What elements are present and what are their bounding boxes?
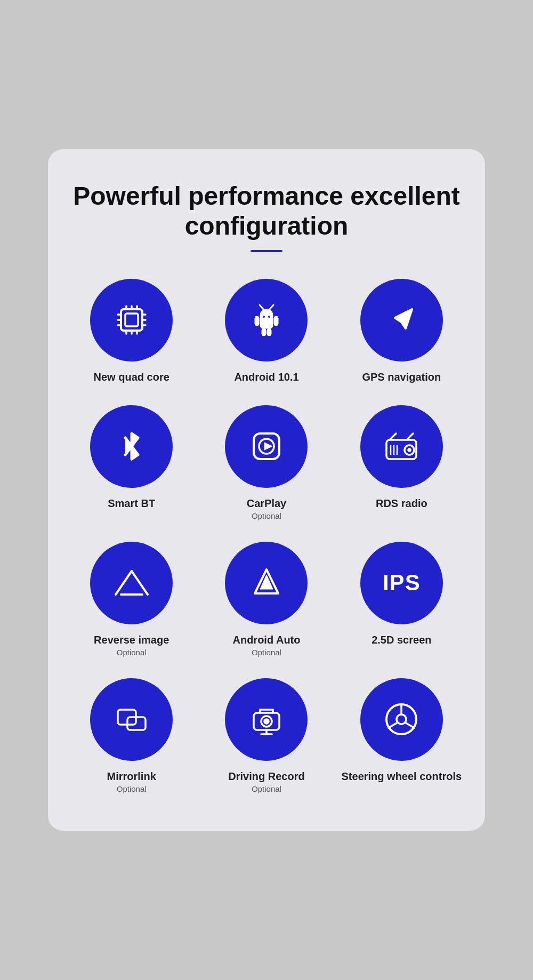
header: Powerful performance excellent configura…: [69, 181, 464, 252]
feature-optional-androidauto: Optional: [252, 648, 281, 657]
chip-icon: [110, 299, 153, 341]
svg-rect-1: [125, 314, 138, 326]
feature-optional-reverse: Optional: [117, 648, 147, 657]
feature-gps: GPS navigation: [340, 279, 464, 384]
svg-rect-0: [121, 309, 142, 331]
gps-icon: [380, 299, 423, 341]
camera-icon-circle: [225, 678, 308, 761]
feature-optional-carplay: Optional: [252, 511, 281, 520]
features-grid: New quad core: [69, 279, 464, 793]
svg-rect-19: [274, 316, 278, 326]
camera-icon: [245, 698, 288, 741]
ips-text: IPS: [383, 570, 421, 596]
svg-point-30: [408, 449, 410, 451]
feature-label-steering: Steering wheel controls: [342, 769, 462, 783]
feature-label-driving-record: Driving Record: [228, 769, 304, 783]
mirrorlink-icon: [110, 698, 153, 741]
header-divider: [251, 250, 282, 252]
svg-line-31: [390, 433, 396, 440]
gps-icon-circle: [360, 279, 443, 362]
feature-label-radio: RDS radio: [376, 496, 427, 510]
reverse-icon-circle: [90, 542, 173, 624]
feature-driving-record: Driving Record Optional: [204, 678, 328, 793]
feature-label-reverse: Reverse image: [94, 633, 169, 647]
feature-label-androidauto: Android Auto: [232, 633, 300, 647]
svg-rect-18: [255, 316, 259, 326]
svg-line-51: [389, 722, 398, 728]
feature-android-auto: Android Auto Optional: [204, 542, 328, 657]
radio-icon-circle: [360, 405, 443, 488]
reverse-icon: [110, 561, 153, 604]
feature-reverse: Reverse image Optional: [69, 542, 193, 657]
steering-icon-circle: [360, 678, 443, 761]
feature-label-bt: Smart BT: [108, 496, 155, 510]
chip-icon-circle: [90, 279, 173, 362]
feature-android-10: Android 10.1: [204, 279, 328, 384]
feature-radio: RDS radio: [340, 405, 464, 520]
feature-label-ips: 2.5D screen: [372, 633, 431, 647]
android-icon-circle: [225, 279, 308, 362]
feature-label-gps: GPS navigation: [362, 370, 441, 384]
steering-icon: [380, 698, 423, 741]
feature-label-carplay: CarPlay: [247, 496, 287, 510]
ips-icon-circle: IPS: [360, 542, 443, 624]
feature-ips: IPS 2.5D screen: [340, 542, 464, 657]
bluetooth-icon-circle: [90, 405, 173, 488]
svg-rect-21: [267, 328, 271, 336]
svg-point-14: [262, 316, 265, 318]
bluetooth-icon: [110, 425, 153, 468]
carplay-icon: [245, 425, 288, 468]
feature-label-new-quad-core: New quad core: [94, 370, 169, 384]
svg-rect-20: [262, 328, 266, 336]
feature-label-android-10: Android 10.1: [234, 370, 298, 384]
feature-carplay: CarPlay Optional: [204, 405, 328, 520]
svg-line-34: [132, 571, 148, 595]
mirrorlink-icon-circle: [90, 678, 173, 761]
android-icon: [245, 299, 288, 341]
svg-line-52: [405, 722, 414, 728]
svg-line-16: [260, 305, 263, 309]
feature-new-quad-core: New quad core: [69, 279, 193, 384]
feature-optional-mirrorlink: Optional: [117, 784, 147, 793]
feature-steering: Steering wheel controls: [340, 678, 464, 793]
radio-icon: [380, 425, 423, 468]
main-card: Powerful performance excellent configura…: [48, 149, 485, 830]
svg-point-42: [264, 719, 269, 724]
feature-mirrorlink: Mirrorlink Optional: [69, 678, 193, 793]
androidauto-icon: [245, 561, 288, 604]
feature-bluetooth: Smart BT: [69, 405, 193, 520]
feature-label-mirrorlink: Mirrorlink: [107, 769, 156, 783]
svg-line-33: [116, 571, 132, 595]
svg-marker-24: [264, 443, 272, 450]
carplay-icon-circle: [225, 405, 308, 488]
androidauto-icon-circle: [225, 542, 308, 624]
svg-point-15: [268, 316, 270, 318]
feature-optional-driving-record: Optional: [252, 784, 281, 793]
page-title: Powerful performance excellent configura…: [69, 181, 464, 240]
svg-line-17: [270, 305, 273, 309]
svg-line-32: [407, 433, 413, 440]
